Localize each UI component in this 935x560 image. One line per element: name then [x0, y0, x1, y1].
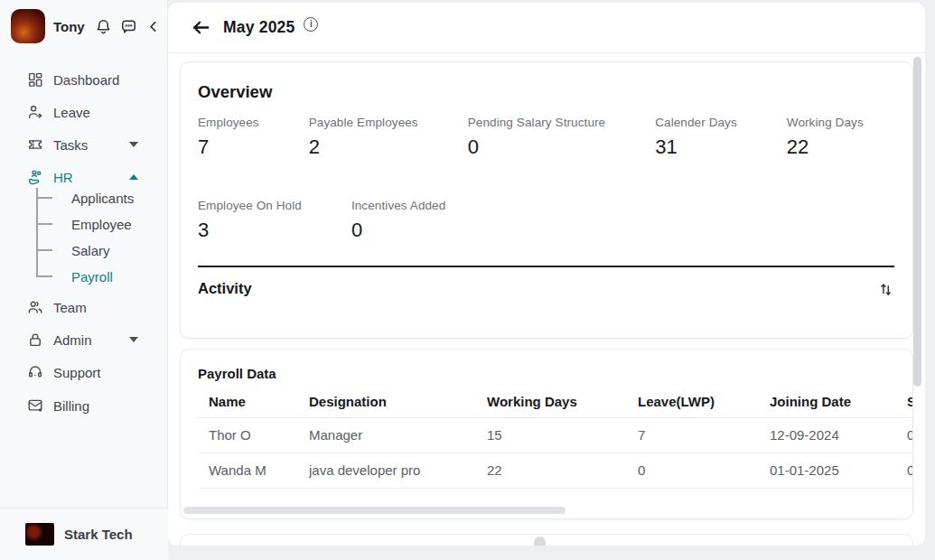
chevron-up-icon[interactable]	[129, 174, 138, 180]
sidebar-item-label: HR	[53, 170, 73, 185]
user-row: Tony	[11, 8, 161, 44]
scrollbar-thumb[interactable]	[534, 537, 546, 546]
column-designation[interactable]: Designation	[309, 387, 487, 417]
sidebar-item-label: Payroll	[71, 269, 113, 285]
sidebar-item-billing[interactable]: Billing	[0, 393, 168, 418]
stat-employees: Employees 7	[198, 116, 259, 159]
sidebar-item-label: Tasks	[53, 137, 88, 153]
sidebar-item-admin[interactable]: Admin	[0, 327, 168, 352]
envelope-icon	[26, 397, 44, 415]
column-working-days[interactable]: Working Days	[487, 387, 638, 417]
column-truncated[interactable]: S	[907, 387, 913, 417]
tree-branch	[37, 249, 52, 251]
leave-icon	[26, 103, 44, 121]
sidebar-item-dashboard[interactable]: Dashboard	[0, 67, 168, 92]
chevron-down-icon[interactable]	[129, 142, 138, 147]
horizontal-scrollbar-thumb[interactable]	[183, 507, 566, 514]
sidebar-item-label: Support	[53, 365, 101, 380]
column-name[interactable]: Name	[198, 387, 309, 417]
vertical-scrollbar-thumb[interactable]	[913, 57, 921, 387]
chat-icon[interactable]	[120, 18, 137, 35]
column-leave-lwp[interactable]: Leave(LWP)	[638, 387, 770, 417]
overview-title: Overview	[198, 82, 894, 102]
page-header: May 2025 i	[168, 3, 925, 53]
stat-working-days: Working Days 22	[787, 116, 864, 159]
section-divider	[198, 266, 894, 267]
activity-title: Activity	[198, 280, 252, 297]
user-avatar[interactable]	[11, 9, 45, 43]
back-arrow-icon[interactable]	[191, 17, 212, 39]
sidebar-item-label: Salary	[71, 243, 110, 258]
table-header-row: Name Designation Working Days Leave(LWP)…	[198, 387, 913, 417]
sidebar-item-label: Billing	[53, 398, 89, 414]
table-row[interactable]: Wanda M java developer pro 22 0 01-01-20…	[198, 453, 913, 488]
activity-header: Activity	[198, 280, 894, 297]
company-logo	[25, 523, 54, 546]
payroll-table: Name Designation Working Days Leave(LWP)…	[198, 387, 913, 489]
overview-stats: Employees 7 Payable Employees 2 Pending …	[198, 116, 871, 242]
headset-icon	[26, 363, 44, 381]
dashboard-icon	[26, 70, 44, 89]
sidebar-item-label: Team	[53, 300, 87, 315]
sidebar-item-label: Admin	[53, 332, 92, 348]
page-title: May 2025	[223, 18, 295, 37]
user-name[interactable]: Tony	[53, 19, 85, 34]
stat-payable-employees: Payable Employees 2	[309, 116, 418, 159]
tasks-icon	[26, 135, 44, 154]
sidebar-item-team[interactable]: Team	[0, 294, 168, 320]
sidebar-item-support[interactable]: Support	[0, 359, 168, 385]
sidebar-item-salary[interactable]: Salary	[0, 239, 168, 261]
bell-icon[interactable]	[95, 18, 112, 35]
sort-arrows-icon[interactable]	[878, 281, 894, 297]
payroll-title: Payroll Data	[198, 366, 912, 381]
sidebar-item-label: Dashboard	[53, 72, 119, 88]
partial-card	[180, 534, 913, 546]
sidebar-item-employee[interactable]: Employee	[0, 213, 168, 235]
tree-branch	[37, 275, 52, 277]
stat-pending-salary-structure: Pending Salary Structure 0	[468, 116, 605, 159]
sidebar-footer: Stark Tech	[0, 508, 168, 560]
sidebar-item-label: Employee	[71, 217, 132, 232]
sidebar-item-payroll[interactable]: Payroll	[0, 266, 168, 287]
company-name: Stark Tech	[64, 527, 133, 542]
stat-calender-days: Calender Days 31	[655, 116, 737, 159]
sidebar-item-applicants[interactable]: Applicants	[0, 187, 168, 209]
payroll-card: Payroll Data Name Designation Working Da…	[180, 349, 913, 519]
sidebar-item-tasks[interactable]: Tasks	[0, 132, 168, 157]
main-panel: May 2025 i Overview Employees 7 Payable …	[168, 3, 925, 546]
overview-card: Overview Employees 7 Payable Employees 2…	[180, 61, 913, 339]
sidebar-item-label: Leave	[53, 105, 90, 120]
tree-branch	[37, 197, 52, 199]
stat-employee-on-hold: Employee On Hold 3	[198, 199, 302, 242]
team-icon	[26, 298, 44, 316]
content-area: Overview Employees 7 Payable Employees 2…	[168, 54, 925, 546]
chevron-down-icon[interactable]	[129, 337, 138, 342]
stat-incentives-added: Incentives Added 0	[351, 199, 445, 242]
hr-icon	[26, 168, 44, 186]
sidebar-item-hr[interactable]: HR	[0, 164, 168, 190]
column-joining-date[interactable]: Joining Date	[770, 387, 907, 417]
info-icon[interactable]: i	[304, 17, 318, 32]
tree-branch	[37, 223, 52, 225]
sidebar: Tony	[0, 0, 168, 560]
table-row[interactable]: Thor O Manager 15 7 12-09-2024 0	[198, 417, 913, 453]
sidebar-item-leave[interactable]: Leave	[0, 99, 168, 125]
lock-icon	[26, 331, 44, 349]
sidebar-item-label: Applicants	[71, 191, 134, 206]
collapse-sidebar-icon[interactable]	[145, 19, 161, 34]
